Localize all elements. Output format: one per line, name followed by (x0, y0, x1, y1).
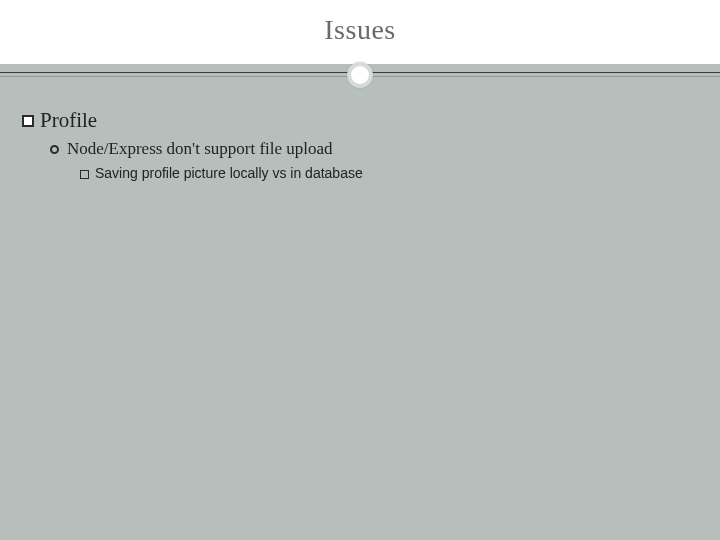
slide: Issues Profile Node/Express don't suppor… (0, 0, 720, 540)
square-bullet-icon (80, 170, 89, 179)
list-item-label: Profile (40, 108, 97, 133)
list-item-label: Node/Express don't support file upload (67, 139, 333, 159)
slide-title: Issues (0, 14, 720, 46)
square-bullet-icon (22, 115, 34, 127)
title-divider (0, 62, 720, 90)
list-item: Saving profile picture locally vs in dat… (80, 165, 698, 181)
circle-bullet-icon (50, 145, 59, 154)
list-item: Node/Express don't support file upload (50, 139, 698, 159)
list-item: Profile (22, 108, 698, 133)
slide-content: Profile Node/Express don't support file … (0, 90, 720, 181)
list-item-label: Saving profile picture locally vs in dat… (95, 165, 363, 181)
title-band: Issues (0, 0, 720, 64)
divider-ring-icon (347, 62, 373, 88)
